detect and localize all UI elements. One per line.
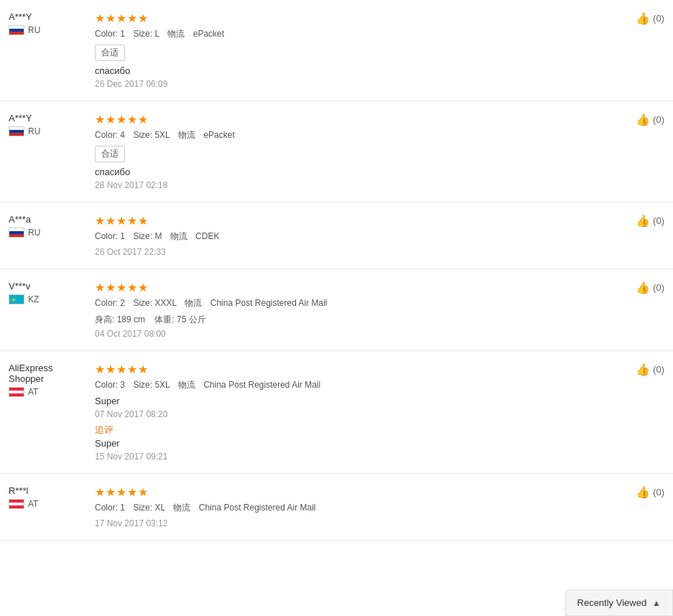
shipping-method: ePacket (203, 130, 234, 140)
followup-text: Super (95, 438, 664, 449)
reviewer-info: A***a RU (9, 214, 88, 257)
star-icon: ★ (127, 113, 137, 126)
star-icon: ★ (116, 281, 126, 294)
star-icon: ★ (106, 363, 116, 376)
review-content: ★★★★★ Color: 1 Size: L 物流 ePacket 合适 спа… (88, 11, 664, 89)
star-icon: ★ (138, 113, 148, 126)
like-icon: 👍 (636, 281, 650, 294)
review-item: A***Y RU ★★★★★ Color: 4 Size: 5XL 物流 ePa… (0, 101, 673, 202)
star-icon: ★ (127, 11, 137, 25)
shipping-method: China Post Registered Air Mail (203, 380, 320, 390)
reviewer-country: AT (9, 499, 88, 509)
review-date: 17 Nov 2017 03:12 (95, 518, 664, 528)
star-icon: ★ (95, 11, 105, 25)
star-rating: ★★★★★ (95, 281, 664, 294)
reviewer-country: RU (9, 126, 88, 136)
review-item: R***l AT ★★★★★ Color: 1 Size: XL 物流 Chin… (0, 474, 673, 541)
star-icon: ★ (116, 363, 126, 376)
reviewer-country: AT (9, 387, 88, 397)
star-icon: ★ (95, 363, 105, 376)
star-icon: ★ (95, 485, 105, 499)
review-date: 26 Dec 2017 06:09 (95, 79, 664, 89)
reviewer-info: V***v KZ (9, 281, 88, 339)
review-item: A***Y RU ★★★★★ Color: 1 Size: L 物流 ePack… (0, 0, 673, 101)
size-label: Size: 5XL (133, 380, 170, 390)
body-height-label: 身高: (95, 314, 114, 325)
country-code: AT (28, 387, 38, 397)
like-button[interactable]: 👍 (0) (636, 11, 664, 25)
shipping-label: 物流 (178, 130, 195, 140)
reviewer-info: R***l AT (9, 485, 88, 528)
shipping-label: 物流 (170, 231, 187, 241)
country-flag (9, 294, 24, 304)
shipping-label: 物流 (178, 380, 195, 390)
star-icon: ★ (106, 214, 116, 228)
body-height: 189 cm (117, 314, 145, 325)
country-code: AT (28, 499, 38, 509)
star-icon: ★ (116, 11, 126, 25)
like-icon: 👍 (636, 214, 650, 228)
star-icon: ★ (106, 485, 116, 499)
star-icon: ★ (138, 363, 148, 376)
size-label: Size: XXXL (133, 298, 177, 308)
star-icon: ★ (106, 113, 116, 126)
body-weight-label: 体重: (154, 314, 174, 325)
star-icon: ★ (127, 214, 137, 228)
like-button[interactable]: 👍 (0) (636, 214, 664, 228)
reviewer-name: V***v (9, 281, 88, 291)
review-content: ★★★★★ Color: 3 Size: 5XL 物流 China Post R… (88, 363, 664, 462)
like-icon: 👍 (636, 363, 650, 376)
like-count: (0) (653, 282, 664, 293)
star-rating: ★★★★★ (95, 485, 664, 499)
star-icon: ★ (106, 11, 116, 25)
star-icon: ★ (127, 363, 137, 376)
color-label: Color: 3 (95, 380, 125, 390)
star-icon: ★ (138, 281, 148, 294)
color-label: Color: 1 (95, 503, 125, 513)
star-icon: ★ (116, 485, 126, 499)
reviewer-info: AliExpress Shopper AT (9, 363, 88, 462)
body-weight: 75 公斤 (177, 314, 206, 325)
size-label: Size: L (133, 29, 159, 39)
reviewer-info: A***Y RU (9, 11, 88, 89)
country-flag (9, 387, 24, 397)
review-item: A***a RU ★★★★★ Color: 1 Size: M 物流 CDEK … (0, 202, 673, 269)
size-label: Size: 5XL (133, 130, 170, 140)
country-code: KZ (28, 294, 39, 304)
review-content: ★★★★★ Color: 1 Size: XL 物流 China Post Re… (88, 485, 664, 528)
shipping-label: 物流 (167, 29, 185, 39)
reviewer-name: A***a (9, 214, 88, 225)
star-icon: ★ (127, 485, 137, 499)
country-code: RU (28, 126, 40, 136)
like-count: (0) (653, 215, 664, 226)
review-date: 07 Nov 2017 08:20 (95, 409, 664, 419)
star-icon: ★ (95, 281, 105, 294)
like-count: (0) (653, 487, 664, 498)
star-rating: ★★★★★ (95, 11, 664, 25)
review-content: ★★★★★ Color: 1 Size: M 物流 CDEK 26 Oct 20… (88, 214, 664, 257)
reviewer-country: RU (9, 25, 88, 35)
star-icon: ★ (116, 214, 126, 228)
like-button[interactable]: 👍 (0) (636, 363, 664, 376)
like-count: (0) (653, 13, 664, 24)
like-button[interactable]: 👍 (0) (636, 485, 664, 499)
review-meta: Color: 1 Size: XL 物流 China Post Register… (95, 502, 664, 514)
star-icon: ★ (138, 214, 148, 228)
star-rating: ★★★★★ (95, 214, 664, 228)
review-text: Super (95, 396, 664, 406)
star-icon: ★ (95, 214, 105, 228)
like-button[interactable]: 👍 (0) (636, 113, 664, 126)
shipping-method: China Post Registered Air Mail (210, 298, 328, 308)
review-meta: Color: 2 Size: XXXL 物流 China Post Regist… (95, 297, 664, 309)
country-flag (9, 25, 24, 35)
reviewer-country: RU (9, 228, 88, 238)
like-button[interactable]: 👍 (0) (636, 281, 664, 294)
star-rating: ★★★★★ (95, 363, 664, 376)
review-date: 04 Oct 2017 08:00 (95, 329, 664, 339)
review-item: V***v KZ ★★★★★ Color: 2 Size: XXXL 物流 Ch… (0, 269, 673, 351)
reviewer-country: KZ (9, 294, 88, 304)
shipping-method: ePacket (193, 29, 224, 39)
review-content: ★★★★★ Color: 4 Size: 5XL 物流 ePacket 合适 с… (88, 113, 664, 190)
followup-date: 15 Nov 2017 09:21 (95, 452, 664, 462)
review-content: ★★★★★ Color: 2 Size: XXXL 物流 China Post … (88, 281, 664, 339)
